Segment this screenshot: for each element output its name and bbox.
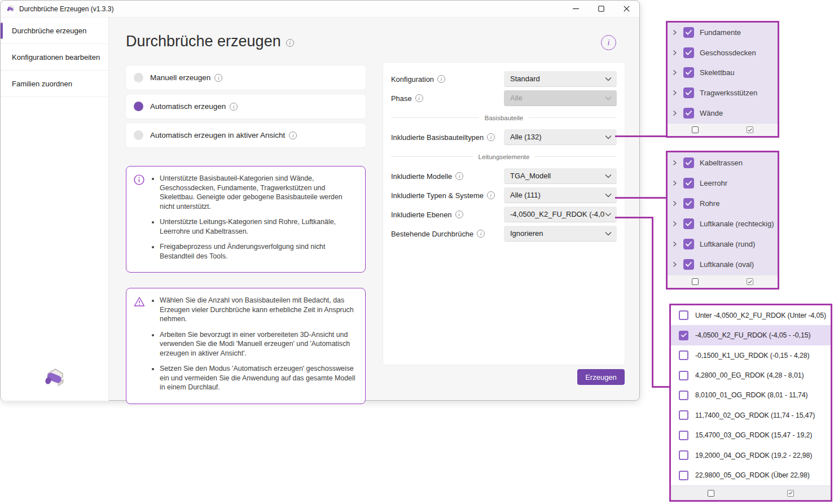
field-info-icon[interactable]	[415, 94, 423, 102]
level-checkbox-icon[interactable]	[679, 371, 688, 380]
deselect-all-button[interactable]	[688, 277, 702, 287]
mode-radio-option[interactable]: Automatisch erzeugen	[126, 94, 366, 119]
expand-chevron-icon[interactable]	[671, 50, 678, 56]
level-checkbox-icon[interactable]	[679, 471, 688, 480]
field-dropdown[interactable]: Standard	[504, 71, 617, 87]
checked-checkbox-icon[interactable]	[683, 157, 694, 168]
connector-typen-systeme	[615, 197, 667, 199]
mode-radio-option[interactable]: Automatisch erzeugen in aktiver Ansicht	[126, 123, 366, 147]
checked-checkbox-icon[interactable]	[683, 178, 694, 189]
category-row[interactable]: Fundamente	[668, 23, 778, 43]
field-dropdown[interactable]: Alle	[504, 90, 617, 106]
sidebar-item-label: Durchbrüche erzeugen	[12, 27, 86, 35]
category-row[interactable]: Skelettbau	[668, 63, 778, 83]
popup-basisbauteiltypen: Fundamente Geschossdecken Skel	[666, 21, 779, 138]
level-row[interactable]: Unter -4,0500_K2_FU_RDOK (Unter -4,05)	[671, 305, 831, 325]
checked-checkbox-icon[interactable]	[683, 259, 694, 270]
field-info-icon[interactable]	[487, 133, 495, 141]
mode-info-icon[interactable]	[289, 132, 297, 139]
expand-chevron-icon[interactable]	[671, 261, 678, 268]
mode-info-icon[interactable]	[214, 74, 222, 82]
sidebar-item[interactable]: Durchbrüche erzeugen	[1, 17, 108, 44]
page-title-info-icon[interactable]	[286, 39, 294, 47]
level-row[interactable]: -4,0500_K2_FU_RDOK (-4,05 - -0,15)	[671, 325, 831, 345]
sidebar-item[interactable]: Konfigurationen bearbeiten	[1, 44, 108, 71]
expand-chevron-icon[interactable]	[671, 180, 678, 186]
level-label: 11,7400_02_OG_RDOK (11,74 - 15,47)	[695, 411, 815, 419]
checked-checkbox-icon[interactable]	[683, 27, 694, 38]
erzeugen-button[interactable]: Erzeugen	[577, 369, 625, 385]
field-info-icon[interactable]	[487, 191, 495, 199]
level-checkbox-icon[interactable]	[679, 350, 688, 360]
expand-chevron-icon[interactable]	[671, 221, 678, 227]
expand-chevron-icon[interactable]	[671, 29, 678, 36]
field-info-icon[interactable]	[437, 75, 445, 83]
chevron-down-icon	[605, 96, 612, 100]
field-dropdown[interactable]: Ignorieren	[504, 226, 617, 242]
category-row[interactable]: Geschossdecken	[668, 43, 778, 63]
level-row[interactable]: 4,2800_00_EG_RDOK (4,28 - 8,01)	[671, 365, 831, 385]
category-row[interactable]: Luftkanale (rechteckig)	[668, 214, 778, 234]
form-field-row: Inkludierte Typen & Systeme Alle (111)	[391, 186, 617, 205]
level-checkbox-icon[interactable]	[679, 310, 688, 320]
deselect-all-button[interactable]	[704, 488, 718, 498]
category-row[interactable]: Luftkanale (rund)	[668, 234, 778, 255]
field-info-icon[interactable]	[455, 211, 463, 218]
level-row[interactable]: 11,7400_02_OG_RDOK (11,74 - 15,47)	[671, 405, 831, 425]
category-row[interactable]: Leerrohr	[668, 173, 778, 193]
mode-radio-option[interactable]: Manuell erzeugen	[126, 65, 366, 90]
select-all-button[interactable]	[743, 277, 757, 287]
level-checkbox-icon[interactable]	[679, 410, 688, 420]
maximize-button[interactable]	[589, 1, 614, 17]
level-row[interactable]: 22,9800_05_OG_RDOK (Über 22,98)	[671, 466, 831, 485]
mode-label: Automatisch erzeugen in aktiver Ansicht	[150, 131, 285, 139]
level-row[interactable]: 19,2000_04_OG_RDOK (19,2 - 22,98)	[671, 445, 831, 465]
sidebar-item[interactable]: Familien zuordnen	[1, 71, 108, 97]
deselect-all-button[interactable]	[688, 125, 702, 135]
select-all-button[interactable]	[743, 125, 757, 135]
checked-checkbox-icon[interactable]	[683, 218, 694, 229]
checked-checkbox-icon[interactable]	[683, 239, 694, 249]
checked-checkbox-icon[interactable]	[683, 47, 694, 58]
checked-checkbox-icon[interactable]	[683, 198, 694, 209]
checked-checkbox-icon[interactable]	[683, 87, 694, 98]
expand-chevron-icon[interactable]	[671, 160, 678, 166]
field-info-icon[interactable]	[455, 172, 463, 180]
checked-checkbox-icon[interactable]	[683, 108, 694, 119]
expand-chevron-icon[interactable]	[671, 241, 678, 247]
field-dropdown[interactable]: Alle (111)	[504, 187, 617, 203]
field-dropdown[interactable]: -4,0500_K2_FU_RDOK (-4,05	[504, 207, 617, 222]
minimize-button[interactable]	[563, 1, 589, 17]
field-info-icon[interactable]	[477, 230, 485, 238]
category-row[interactable]: Kabeltrassen	[668, 152, 778, 173]
level-label: Unter -4,0500_K2_FU_RDOK (Unter -4,05)	[695, 312, 826, 319]
select-all-button[interactable]	[784, 488, 797, 498]
radio-icon	[134, 73, 143, 82]
level-row[interactable]: 8,0100_01_OG_RDOK (8,01 - 11,74)	[671, 385, 831, 405]
close-button[interactable]	[614, 1, 639, 17]
expand-chevron-icon[interactable]	[671, 110, 678, 116]
field-dropdown[interactable]: TGA_Modell	[504, 168, 617, 184]
expand-chevron-icon[interactable]	[671, 90, 678, 96]
category-row[interactable]: Wände	[668, 103, 778, 123]
category-label: Geschossdecken	[700, 49, 756, 57]
titlebar: Durchbrüche Erzeugen (v1.3.3)	[1, 1, 639, 17]
expand-chevron-icon[interactable]	[671, 200, 678, 207]
info-box: Unterstützte Basisbauteil-Kategorien sin…	[126, 166, 366, 273]
level-checkbox-icon[interactable]	[679, 431, 688, 440]
category-row[interactable]: Luftkanale (oval)	[668, 255, 778, 275]
level-checkbox-icon[interactable]	[679, 450, 688, 460]
level-row[interactable]: -0,1500_K1_UG_RDOK (-0,15 - 4,28)	[671, 345, 831, 365]
field-label: Inkludierte Typen & Systeme	[391, 191, 484, 200]
level-checkbox-icon[interactable]	[679, 331, 688, 340]
field-dropdown[interactable]: Alle (132)	[504, 129, 617, 145]
level-checkbox-icon[interactable]	[679, 391, 688, 400]
level-row[interactable]: 15,4700_03_OG_RDOK (15,47 - 19,2)	[671, 426, 831, 445]
category-row[interactable]: Tragwerksstützen	[668, 83, 778, 103]
help-info-icon[interactable]	[601, 35, 616, 50]
category-row[interactable]: Rohre	[668, 193, 778, 213]
expand-chevron-icon[interactable]	[671, 69, 678, 76]
dropdown-value: Alle	[510, 94, 523, 102]
checked-checkbox-icon[interactable]	[683, 67, 694, 78]
mode-info-icon[interactable]	[230, 103, 238, 111]
